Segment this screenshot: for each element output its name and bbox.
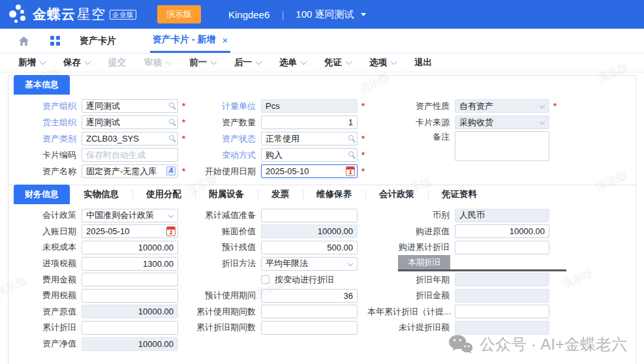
- residual-value-input[interactable]: [261, 241, 358, 254]
- chevron-down-icon[interactable]: [256, 58, 262, 65]
- chevron-down-icon[interactable]: [211, 58, 217, 65]
- depreciate-by-change-checkbox[interactable]: [261, 275, 269, 284]
- org-switcher[interactable]: 100 逐同测试: [296, 8, 354, 21]
- currency-input: [455, 209, 549, 222]
- asset-qty-input[interactable]: [261, 115, 358, 129]
- remark-textarea[interactable]: [455, 131, 549, 161]
- field-start-use-date: 开始使用日期 *: [191, 163, 367, 179]
- cost-excl-tax-input[interactable]: [82, 241, 178, 254]
- asset-category-label[interactable]: 资产类别: [8, 133, 76, 145]
- field-accum-depreciation: 累计折旧: [8, 320, 191, 336]
- accounting-policy-select[interactable]: [82, 209, 178, 222]
- asset-org-input[interactable]: [82, 99, 178, 113]
- toolbar-save-button[interactable]: 保存: [63, 57, 90, 68]
- depreciation-method-select[interactable]: [261, 257, 358, 271]
- tab-basic-info[interactable]: 基本信息: [14, 75, 70, 95]
- search-icon[interactable]: [169, 119, 174, 124]
- toolbar-audit-button: 审核: [144, 57, 171, 68]
- accum-depreciation-input[interactable]: [82, 321, 178, 335]
- expense-amount-input[interactable]: [82, 273, 178, 286]
- ytd-depreciation-input[interactable]: [455, 305, 549, 318]
- finance-col-3: 币别 购进原值 购进累计折旧 本期折旧 折旧年期: [367, 207, 636, 352]
- chevron-down-icon[interactable]: [85, 58, 91, 65]
- demo-version-button[interactable]: 演示版: [157, 5, 201, 23]
- owner-org-label[interactable]: 货主组织: [8, 117, 76, 129]
- chevron-down-icon[interactable]: [346, 58, 352, 65]
- required-marker: *: [361, 166, 365, 176]
- field-depreciation-year-period: 折旧年期: [367, 271, 636, 288]
- tab-usage-allocation[interactable]: 使用分配: [132, 185, 195, 204]
- ytd-depreciation-label: 本年累计折旧（计提...: [367, 306, 450, 318]
- required-marker: *: [361, 134, 365, 144]
- tab-invoice[interactable]: 发票: [258, 185, 303, 204]
- toolbar-previous-button[interactable]: 前一: [189, 57, 216, 68]
- depreciated-periods-input[interactable]: [261, 321, 358, 335]
- toolbar-pick-list-button[interactable]: 选单: [279, 57, 306, 68]
- owner-org-input[interactable]: [82, 115, 178, 129]
- calendar-icon[interactable]: [346, 166, 355, 176]
- entry-date-input[interactable]: [82, 224, 178, 238]
- chevron-down-icon[interactable]: [301, 58, 307, 65]
- net-value-input: [82, 337, 178, 351]
- apps-grid-icon[interactable]: [50, 36, 60, 46]
- current-period-depreciation-subtab[interactable]: 本期折旧: [398, 255, 450, 269]
- asset-qty-label: 资产数量: [191, 117, 256, 129]
- tab-asset-card-new[interactable]: 资产卡片 - 新增 ×: [150, 29, 230, 53]
- input-tax-input[interactable]: [82, 257, 178, 271]
- chevron-down-icon[interactable]: [391, 58, 397, 65]
- field-expected-periods: 预计使用期间: [191, 288, 367, 304]
- asset-nature-select[interactable]: [455, 99, 549, 113]
- toolbar-next-button[interactable]: 后一: [234, 57, 261, 68]
- close-icon[interactable]: ×: [222, 35, 228, 46]
- search-icon[interactable]: [169, 102, 174, 108]
- search-icon[interactable]: [348, 151, 354, 157]
- asset-name-input[interactable]: [82, 164, 178, 178]
- required-marker: *: [553, 101, 557, 111]
- chevron-down-icon: [166, 58, 172, 65]
- field-asset-category: 资产类别 *: [8, 130, 191, 147]
- chevron-down-icon[interactable]: [40, 58, 46, 65]
- field-expense-tax: 费用税额: [8, 288, 191, 304]
- calendar-icon[interactable]: [166, 226, 176, 236]
- username[interactable]: Kingdee6: [228, 9, 269, 20]
- home-icon[interactable]: [18, 36, 29, 46]
- toolbar-exit-button[interactable]: 退出: [414, 57, 432, 68]
- change-method-label[interactable]: 变动方式: [191, 149, 256, 161]
- tab-accounting-policy[interactable]: 会计政策: [365, 185, 428, 204]
- unit-label[interactable]: 计量单位: [191, 100, 256, 112]
- tab-attached-equipment[interactable]: 附属设备: [195, 185, 258, 204]
- chevron-down-icon[interactable]: [361, 13, 366, 16]
- used-periods-input[interactable]: [261, 305, 358, 318]
- card-source-label: 卡片来源: [367, 117, 450, 129]
- tab-physical-info[interactable]: 实物信息: [70, 185, 132, 204]
- expense-tax-input[interactable]: [82, 289, 178, 303]
- expected-periods-input[interactable]: [261, 289, 358, 303]
- entry-date-label: 入账日期: [8, 226, 76, 237]
- purchase-accum-depreciation-input[interactable]: [455, 241, 549, 254]
- field-purchase-original-value: 购进原值: [367, 224, 636, 240]
- asset-category-input[interactable]: [82, 132, 178, 145]
- search-icon[interactable]: [348, 135, 354, 140]
- field-original-value: 资产原值: [8, 304, 191, 320]
- purchase-original-value-input[interactable]: [455, 224, 549, 238]
- toolbar-voucher-button[interactable]: 凭证: [324, 57, 351, 68]
- change-method-input[interactable]: [261, 148, 358, 162]
- asset-org-label[interactable]: 资产组织: [8, 100, 76, 112]
- toolbar-options-button[interactable]: 选项: [369, 57, 396, 68]
- asset-status-input[interactable]: [261, 132, 358, 145]
- tab-finance-info[interactable]: 财务信息: [14, 185, 70, 204]
- tab-voucher-data[interactable]: 凭证资料: [428, 185, 491, 204]
- card-source-select[interactable]: [455, 115, 549, 129]
- translate-icon[interactable]: A: [166, 166, 176, 175]
- asset-status-label[interactable]: 资产状态: [191, 133, 256, 145]
- search-icon[interactable]: [169, 135, 174, 140]
- field-depreciation-amount: 折旧金额: [367, 288, 636, 304]
- toolbar-new-button[interactable]: 新增: [18, 57, 45, 68]
- card-number-input[interactable]: [82, 148, 178, 162]
- impairment-reserve-input[interactable]: [261, 209, 358, 222]
- start-use-date-input[interactable]: [261, 164, 358, 178]
- field-currency: 币别: [367, 207, 636, 224]
- tab-maintenance[interactable]: 维修保养: [303, 185, 365, 204]
- depreciation-year-period-input: [455, 273, 549, 286]
- tab-asset-card-list[interactable]: 资产卡片: [80, 35, 116, 47]
